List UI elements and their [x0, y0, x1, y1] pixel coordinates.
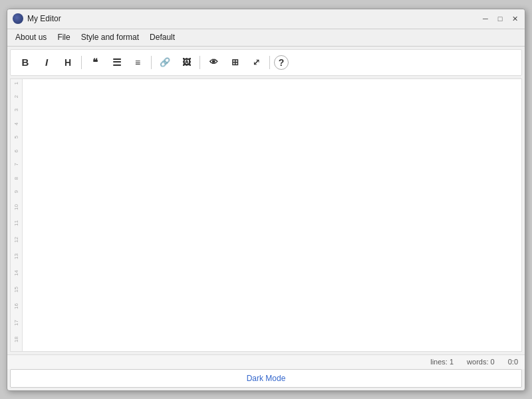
status-bar: lines: 1 words: 0 0:0 [7, 354, 525, 369]
dark-mode-button[interactable]: Dark Mode [10, 369, 522, 388]
menu-item-style[interactable]: Style and format [76, 31, 144, 44]
italic-button[interactable]: I [37, 53, 56, 72]
split-view-button[interactable]: ⊞ [225, 53, 244, 72]
menu-bar: About us File Style and format Default [7, 29, 525, 47]
ruler-tick: 17 [13, 320, 19, 326]
editor-area: 1 2 3 4 5 6 7 8 9 10 11 12 13 14 15 16 1… [10, 78, 522, 352]
ruler-tick: 11 [13, 220, 19, 226]
toolbar: B I H ❝ ☰ ≡ 🔗 🖼 👁 ⊞ ⤢ [10, 49, 522, 76]
toolbar-separator-1 [81, 56, 82, 69]
ruler-tick: 1 [13, 82, 19, 84]
link-button[interactable]: 🔗 [156, 53, 174, 72]
ruler-tick: 8 [13, 177, 19, 180]
fullscreen-button[interactable]: ⤢ [247, 53, 265, 72]
position-status: 0:0 [508, 358, 518, 366]
preview-button[interactable]: 👁 [204, 53, 223, 72]
editor-textarea[interactable] [11, 79, 521, 351]
main-window: My Editor ─ □ ✕ About us File Style and … [7, 9, 525, 391]
ruler-tick: 13 [13, 253, 19, 259]
menu-item-default[interactable]: Default [144, 31, 180, 44]
image-button[interactable]: 🖼 [177, 53, 196, 72]
minimize-button[interactable]: ─ [481, 14, 490, 23]
ruler-tick: 6 [13, 150, 19, 152]
ruler-tick: 3 [13, 108, 19, 111]
ruler-tick: 14 [13, 270, 19, 276]
ruler-tick: 2 [13, 95, 19, 98]
ruler-tick: 10 [13, 204, 19, 210]
toolbar-separator-3 [200, 56, 200, 69]
title-bar: My Editor ─ □ ✕ [7, 9, 525, 29]
line-ruler: 1 2 3 4 5 6 7 8 9 10 11 12 13 14 15 16 1… [11, 79, 23, 351]
menu-item-file[interactable]: File [52, 31, 75, 44]
ruler-tick: 15 [13, 287, 19, 293]
help-button[interactable]: ? [274, 55, 289, 70]
words-status: words: 0 [467, 358, 495, 366]
bold-button[interactable]: B [16, 53, 35, 72]
bullet-list-button[interactable]: ☰ [107, 53, 126, 72]
close-button[interactable]: ✕ [510, 14, 519, 23]
toolbar-separator-4 [269, 56, 270, 69]
window-controls: ─ □ ✕ [481, 14, 519, 23]
ruler-tick: 18 [13, 336, 19, 342]
ordered-list-button[interactable]: ≡ [128, 53, 147, 72]
maximize-button[interactable]: □ [495, 14, 505, 23]
ruler-tick: 12 [13, 237, 19, 243]
lines-status: lines: 1 [430, 358, 454, 366]
ruler-tick: 7 [13, 163, 19, 166]
heading-button[interactable]: H [59, 53, 77, 72]
window-title: My Editor [27, 14, 481, 23]
app-icon [13, 13, 23, 24]
ruler-tick: 4 [13, 122, 19, 125]
menu-item-about[interactable]: About us [10, 31, 52, 44]
ruler-tick: 9 [13, 190, 19, 193]
toolbar-separator-2 [151, 56, 152, 69]
ruler-tick: 5 [13, 136, 19, 138]
quote-button[interactable]: ❝ [86, 53, 104, 72]
ruler-tick: 16 [13, 303, 19, 309]
